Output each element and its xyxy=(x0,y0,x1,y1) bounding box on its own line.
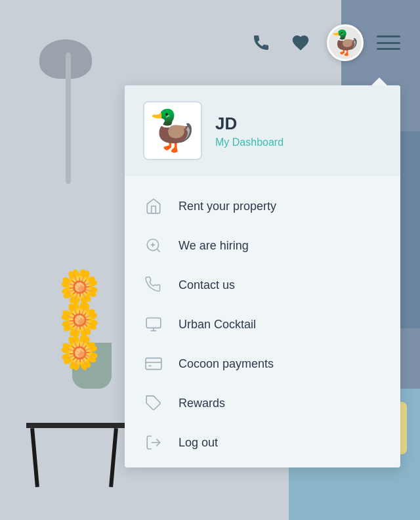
profile-info: JD My Dashboard xyxy=(215,114,284,148)
home-icon xyxy=(143,196,164,217)
bg-table-leg1 xyxy=(30,428,39,487)
menu-label-rent-property: Rent your property xyxy=(178,200,276,213)
card-icon xyxy=(143,353,164,374)
menu-label-cocoon-payments: Cocoon payments xyxy=(178,357,274,371)
svg-line-1 xyxy=(157,249,160,252)
menu-item-rent-property[interactable]: Rent your property xyxy=(125,186,400,226)
contact-phone-icon xyxy=(143,274,164,295)
dropdown-menu: 🦆 JD My Dashboard Rent your property We … xyxy=(125,85,400,467)
menu-items-list: Rent your property We are hiring Contact… xyxy=(125,176,400,467)
menu-label-contact-us: Contact us xyxy=(178,278,235,292)
chat-icon xyxy=(143,314,164,335)
bg-flowers: 🌼🌼🌼 xyxy=(52,271,131,389)
hamburger-line-3 xyxy=(377,48,400,50)
profile-dashboard-link[interactable]: My Dashboard xyxy=(215,137,284,148)
avatar-image: 🦆 xyxy=(331,31,360,54)
profile-section: 🦆 JD My Dashboard xyxy=(125,85,400,176)
phone-icon[interactable] xyxy=(248,30,274,56)
menu-item-we-are-hiring[interactable]: We are hiring xyxy=(125,226,400,265)
menu-item-rewards[interactable]: Rewards xyxy=(125,383,400,423)
menu-item-cocoon-payments[interactable]: Cocoon payments xyxy=(125,344,400,383)
menu-item-log-out[interactable]: Log out xyxy=(125,423,400,462)
logout-icon xyxy=(143,432,164,453)
profile-name: JD xyxy=(215,114,284,134)
profile-avatar: 🦆 xyxy=(143,101,202,160)
profile-avatar-image: 🦆 xyxy=(148,111,198,150)
user-avatar[interactable]: 🦆 xyxy=(327,24,364,61)
hamburger-menu-icon[interactable] xyxy=(377,34,400,51)
heart-icon[interactable] xyxy=(287,30,314,56)
svg-rect-4 xyxy=(146,318,161,328)
hamburger-line-1 xyxy=(377,35,400,37)
menu-label-log-out: Log out xyxy=(178,436,218,450)
menu-label-urban-cocktail: Urban Cocktail xyxy=(178,318,256,332)
tag-icon xyxy=(143,393,164,414)
menu-label-rewards: Rewards xyxy=(178,397,225,410)
svg-rect-7 xyxy=(146,358,161,369)
top-navigation: 🦆 xyxy=(0,0,420,85)
menu-item-contact-us[interactable]: Contact us xyxy=(125,265,400,305)
hamburger-line-2 xyxy=(377,42,400,44)
bg-table xyxy=(26,423,131,428)
search-person-icon xyxy=(143,235,164,256)
menu-label-we-are-hiring: We are hiring xyxy=(178,239,249,253)
bg-table-leg2 xyxy=(109,428,118,487)
menu-item-urban-cocktail[interactable]: Urban Cocktail xyxy=(125,305,400,344)
